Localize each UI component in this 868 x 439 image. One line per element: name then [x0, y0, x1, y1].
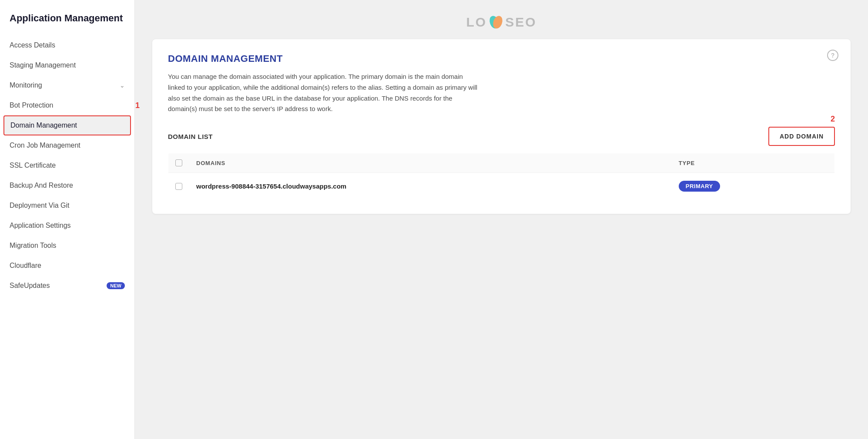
- sidebar-item-ssl-certificate[interactable]: SSL Certificate: [0, 155, 134, 176]
- sidebar-item-staging-management[interactable]: Staging Management: [0, 55, 134, 75]
- table-header-type: TYPE: [672, 153, 835, 173]
- sidebar-item-monitoring[interactable]: Monitoring ⌄: [0, 75, 134, 95]
- sidebar-item-label: Application Settings: [10, 222, 71, 230]
- sidebar: Application Management Access Details St…: [0, 0, 135, 439]
- sidebar-item-cron-job-management[interactable]: Cron Job Management: [0, 135, 134, 155]
- domain-management-card: ? DOMAIN MANAGEMENT You can manage the d…: [152, 39, 851, 214]
- table-header-domains: DOMAINS: [189, 153, 672, 173]
- sidebar-item-label: Migration Tools: [10, 242, 56, 250]
- sidebar-item-domain-management[interactable]: Domain Management: [3, 115, 131, 135]
- sidebar-item-bot-protection[interactable]: Bot Protection: [0, 95, 134, 115]
- sidebar-item-label: Domain Management: [10, 122, 77, 129]
- sidebar-item-deployment-via-git[interactable]: Deployment Via Git: [0, 196, 134, 216]
- select-all-checkbox[interactable]: [175, 159, 182, 166]
- sidebar-item-access-details[interactable]: Access Details: [0, 35, 134, 55]
- card-description: You can manage the domain associated wit…: [168, 71, 481, 115]
- sidebar-item-backup-and-restore[interactable]: Backup And Restore: [0, 176, 134, 196]
- sidebar-item-label: Monitoring: [10, 81, 42, 89]
- sidebar-item-label: Cron Job Management: [10, 142, 80, 149]
- row-checkbox[interactable]: [175, 183, 182, 190]
- main-content: LO SEO ? DOMAIN MANAGEMENT You can manag…: [135, 0, 868, 439]
- sidebar-title: Application Management: [0, 12, 134, 35]
- sidebar-item-label: SSL Certificate: [10, 162, 56, 169]
- logo-text-right: SEO: [505, 15, 536, 30]
- table-header-checkbox: [168, 153, 190, 173]
- table-header-row: DOMAINS TYPE: [168, 153, 835, 173]
- domain-list-header: DOMAIN LIST ADD DOMAIN: [168, 127, 835, 146]
- row-domain-name: wordpress-908844-3157654.cloudwaysapps.c…: [189, 173, 672, 200]
- sidebar-item-label: SafeUpdates: [10, 282, 50, 290]
- sidebar-item-cloudflare[interactable]: Cloudflare: [0, 256, 134, 276]
- row-checkbox-cell: [168, 173, 190, 200]
- logo-bar: LO SEO: [152, 14, 851, 30]
- card-title: DOMAIN MANAGEMENT: [168, 53, 835, 64]
- sidebar-item-label: Staging Management: [10, 61, 76, 69]
- row-type-cell: PRIMARY: [672, 173, 835, 200]
- sidebar-item-safeupdates[interactable]: SafeUpdates NEW: [0, 276, 134, 296]
- sidebar-item-migration-tools[interactable]: Migration Tools: [0, 236, 134, 256]
- table-row: wordpress-908844-3157654.cloudwaysapps.c…: [168, 173, 835, 200]
- sidebar-item-application-settings[interactable]: Application Settings: [0, 216, 134, 236]
- sidebar-item-label: Backup And Restore: [10, 182, 73, 189]
- sidebar-item-label: Deployment Via Git: [10, 202, 70, 209]
- domain-list-title: DOMAIN LIST: [168, 133, 213, 140]
- domain-table: DOMAINS TYPE wordpress-908844-3157654.cl…: [168, 153, 835, 200]
- logo-text-left: LO: [466, 15, 487, 30]
- add-domain-btn-wrapper: ADD DOMAIN: [768, 127, 835, 146]
- sidebar-item-label: Bot Protection: [10, 101, 54, 109]
- help-icon[interactable]: ?: [827, 50, 838, 61]
- new-badge: NEW: [107, 282, 125, 289]
- add-domain-button[interactable]: ADD DOMAIN: [768, 127, 835, 146]
- chevron-down-icon: ⌄: [120, 82, 125, 89]
- logo: LO SEO: [466, 14, 536, 30]
- primary-badge: PRIMARY: [679, 181, 720, 192]
- sidebar-item-label: Access Details: [10, 41, 55, 49]
- sidebar-item-label: Cloudflare: [10, 262, 41, 270]
- logo-leaf-icon: [488, 14, 504, 30]
- domain-name-value: wordpress-908844-3157654.cloudwaysapps.c…: [196, 182, 346, 190]
